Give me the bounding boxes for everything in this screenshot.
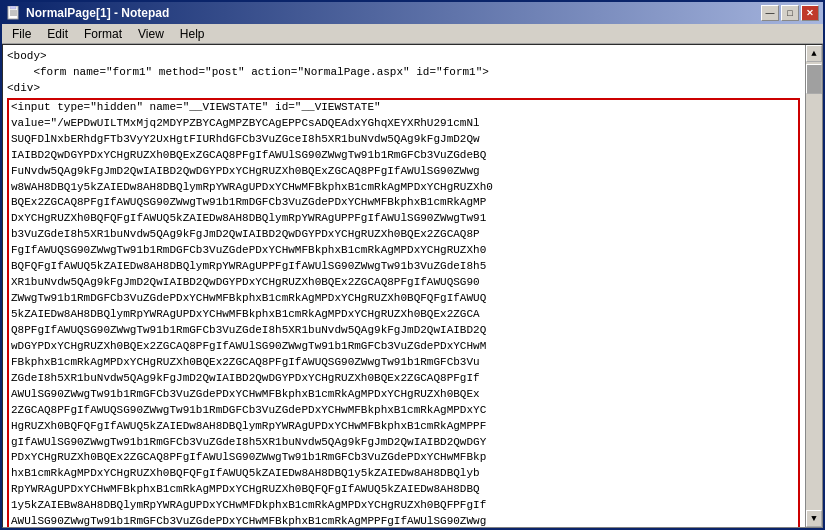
scroll-down-button[interactable]: ▼ [806, 510, 822, 527]
menu-bar: File Edit Format View Help [2, 24, 823, 44]
menu-edit[interactable]: Edit [39, 25, 76, 43]
code-line-body: <body> [7, 49, 800, 65]
code-line-form: <form name="form1" method="post" action=… [7, 65, 800, 81]
scroll-thumb[interactable] [806, 64, 822, 94]
title-bar-left: NormalPage[1] - Notepad [6, 5, 169, 21]
viewstate-block: <input type="hidden" name="__VIEWSTATE" … [7, 98, 800, 528]
notepad-icon [6, 5, 22, 21]
scroll-up-button[interactable]: ▲ [806, 45, 822, 62]
scrollbar[interactable]: ▲ ▼ [805, 45, 822, 527]
window-title: NormalPage[1] - Notepad [26, 6, 169, 20]
menu-help[interactable]: Help [172, 25, 213, 43]
main-window: NormalPage[1] - Notepad — □ ✕ File Edit … [0, 0, 825, 530]
title-bar-buttons: — □ ✕ [761, 5, 819, 21]
minimize-button[interactable]: — [761, 5, 779, 21]
svg-rect-1 [10, 6, 16, 9]
menu-view[interactable]: View [130, 25, 172, 43]
viewstate-input-tag: <input type="hidden" name="__VIEWSTATE" … [11, 100, 796, 528]
code-line-div1: <div> [7, 81, 800, 97]
menu-file[interactable]: File [4, 25, 39, 43]
menu-format[interactable]: Format [76, 25, 130, 43]
editor-area[interactable]: <body> <form name="form1" method="post" … [2, 44, 823, 528]
title-bar: NormalPage[1] - Notepad — □ ✕ [2, 2, 823, 24]
maximize-button[interactable]: □ [781, 5, 799, 21]
close-button[interactable]: ✕ [801, 5, 819, 21]
editor-content: <body> <form name="form1" method="post" … [7, 49, 818, 528]
